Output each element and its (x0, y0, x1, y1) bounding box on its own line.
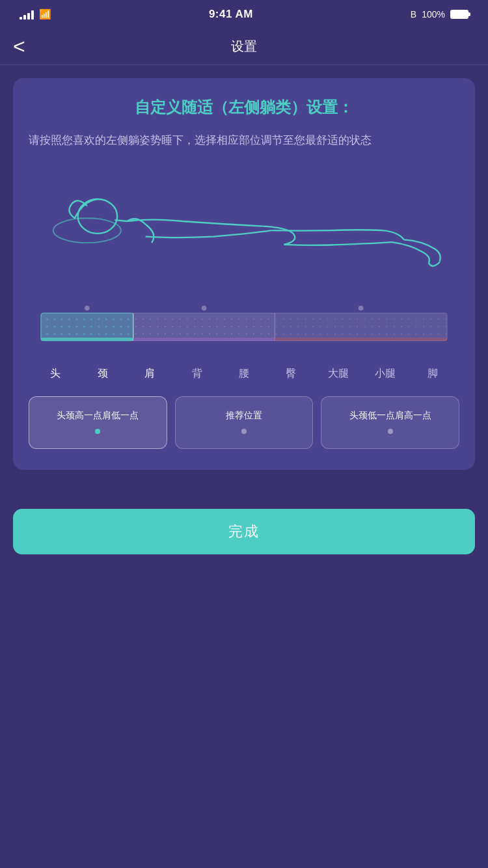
status-bar-right: B 100% (411, 9, 468, 20)
mattress-visualization (29, 299, 459, 358)
svg-rect-15 (133, 338, 275, 341)
nav-bar: < 设置 (0, 29, 488, 65)
main-content: 自定义随适（左侧躺类）设置： 请按照您喜欢的左侧躺姿势睡下，选择相应部位调节至您… (0, 65, 488, 496)
card-description: 请按照您喜欢的左侧躺姿势睡下，选择相应部位调节至您最舒适的状态 (29, 131, 459, 150)
svg-point-18 (202, 306, 207, 311)
label-neck: 颈 (79, 367, 126, 381)
option-head-neck-low[interactable]: 头颈低一点肩高一点 (321, 396, 459, 449)
option-label-2: 推荐位置 (226, 410, 262, 420)
svg-rect-11 (275, 314, 447, 342)
finish-button[interactable]: 完成 (13, 509, 475, 554)
svg-rect-14 (41, 338, 133, 341)
status-bar: 📶 9:41 AM B 100% (0, 0, 488, 29)
bluetooth-icon: B (411, 9, 416, 20)
settings-card: 自定义随适（左侧躺类）设置： 请按照您喜欢的左侧躺姿势睡下，选择相应部位调节至您… (13, 78, 475, 470)
label-calf: 小腿 (362, 367, 409, 381)
mattress-svg (29, 299, 459, 351)
page-title: 设置 (231, 38, 257, 55)
sleeping-figure (29, 169, 459, 299)
option-label-3: 头颈低一点肩高一点 (349, 410, 431, 420)
wifi-icon: 📶 (39, 8, 51, 20)
label-waist: 腰 (221, 367, 267, 381)
finish-btn-area: 完成 (0, 496, 488, 580)
status-bar-left: 📶 (20, 8, 51, 20)
label-shoulder: 肩 (126, 367, 173, 381)
figure-svg (29, 169, 459, 273)
options-row: 头颈高一点肩低一点 推荐位置 头颈低一点肩高一点 (29, 396, 459, 449)
option-head-neck-high[interactable]: 头颈高一点肩低一点 (29, 396, 167, 449)
label-back: 背 (173, 367, 220, 381)
label-thigh: 大腿 (315, 367, 362, 381)
card-title: 自定义随适（左侧躺类）设置： (29, 96, 459, 118)
back-button[interactable]: < (13, 34, 25, 59)
label-hip: 臀 (267, 367, 314, 381)
signal-icon (20, 9, 34, 20)
battery-icon (450, 10, 468, 19)
option-dot-3 (388, 429, 393, 434)
option-recommended[interactable]: 推荐位置 (175, 396, 314, 449)
option-label-1: 头颈高一点肩低一点 (57, 410, 139, 420)
svg-point-17 (85, 306, 90, 311)
option-dot-1 (95, 429, 100, 434)
body-part-labels: 头 颈 肩 背 腰 臀 大腿 小腿 脚 (29, 367, 459, 381)
status-time: 9:41 AM (209, 8, 253, 21)
svg-rect-5 (41, 314, 133, 342)
svg-rect-16 (275, 338, 447, 341)
back-arrow-icon: < (13, 34, 25, 59)
option-dot-2 (241, 429, 247, 434)
label-head: 头 (32, 367, 79, 381)
svg-point-19 (359, 306, 364, 311)
battery-percent: 100% (422, 9, 445, 20)
label-foot: 脚 (409, 367, 456, 381)
svg-rect-8 (133, 314, 275, 342)
svg-point-0 (78, 199, 118, 234)
